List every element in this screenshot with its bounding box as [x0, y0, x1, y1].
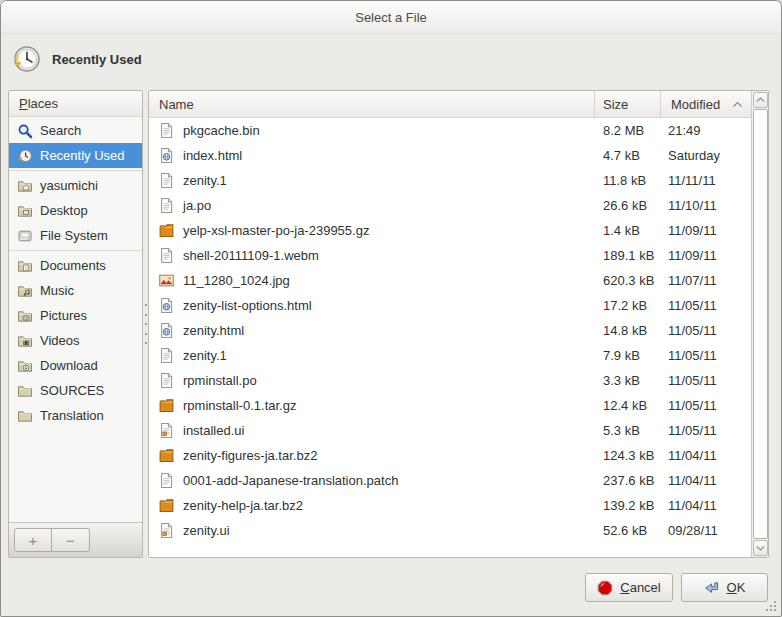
cancel-button-label: Cancel — [620, 580, 660, 595]
file-row-yelp-xsl-master-po-ja-239955-gz[interactable]: yelp-xsl-master-po-ja-239955.gz1.4 kB11/… — [149, 218, 751, 243]
file-modified: 11/10/11 — [661, 198, 751, 213]
pictures-folder-icon — [17, 308, 33, 324]
file-name: rpminstall.po — [183, 373, 257, 388]
text-file-icon — [158, 197, 175, 214]
places-panel: Places SearchRecently UsedyasumichiDeskt… — [8, 90, 143, 558]
file-size: 1.4 kB — [595, 223, 661, 238]
titlebar[interactable]: Select a File — [1, 1, 781, 34]
sidebar-item-label: Recently Used — [40, 148, 125, 163]
location-title: Recently Used — [52, 52, 142, 67]
file-name-cell: zenity.html — [149, 322, 595, 339]
file-modified: 11/09/11 — [661, 248, 751, 263]
sidebar-item-download[interactable]: Download — [9, 353, 142, 378]
file-modified: 11/05/11 — [661, 323, 751, 338]
file-row-zenity-figures-ja-tar-bz2[interactable]: zenity-figures-ja.tar.bz2124.3 kB11/04/1… — [149, 443, 751, 468]
file-size: 52.6 kB — [595, 523, 661, 538]
places-footer: + − — [9, 522, 142, 557]
places-separator — [9, 250, 142, 251]
file-name-cell: yelp-xsl-master-po-ja-239955.gz — [149, 222, 595, 239]
column-header-modified[interactable]: Modified — [661, 91, 751, 118]
sidebar-item-search[interactable]: Search — [9, 118, 142, 143]
clock-icon — [12, 45, 41, 74]
file-row-zenity-1[interactable]: zenity.111.8 kB11/11/11 — [149, 168, 751, 193]
archive-file-icon — [158, 497, 175, 514]
file-modified: 11/05/11 — [661, 298, 751, 313]
column-header-size[interactable]: Size — [595, 91, 661, 118]
file-row-rpminstall-0-1-tar-gz[interactable]: rpminstall-0.1.tar.gz12.4 kB11/05/11 — [149, 393, 751, 418]
sidebar-item-label: yasumichi — [40, 178, 98, 193]
file-size: 8.2 MB — [595, 123, 661, 138]
archive-file-icon — [158, 222, 175, 239]
sidebar-item-file-system[interactable]: File System — [9, 223, 142, 248]
file-name: shell-20111109-1.webm — [183, 248, 319, 263]
text-file-icon — [158, 247, 175, 264]
file-name: zenity.html — [183, 323, 244, 338]
file-row-rpminstall-po[interactable]: rpminstall.po3.3 kB11/05/11 — [149, 368, 751, 393]
html-file-icon — [158, 322, 175, 339]
ui-file-icon — [158, 422, 175, 439]
file-name-cell: zenity.1 — [149, 347, 595, 364]
file-size: 17.2 kB — [595, 298, 661, 313]
file-size: 12.4 kB — [595, 398, 661, 413]
sidebar-item-videos[interactable]: Videos — [9, 328, 142, 353]
html-file-icon — [158, 147, 175, 164]
remove-place-button[interactable]: − — [52, 528, 90, 552]
file-name-cell: installed.ui — [149, 422, 595, 439]
folder-icon — [17, 383, 33, 399]
file-modified: 11/11/11 — [661, 173, 751, 188]
clock-icon — [17, 148, 33, 164]
scroll-down-button[interactable] — [753, 540, 768, 556]
sidebar-item-label: Pictures — [40, 308, 87, 323]
scrollbar-thumb[interactable] — [753, 109, 768, 539]
cancel-button[interactable]: Cancel — [585, 573, 673, 602]
file-modified: 11/04/11 — [661, 498, 751, 513]
file-row-installed-ui[interactable]: installed.ui5.3 kB11/05/11 — [149, 418, 751, 443]
archive-file-icon — [158, 397, 175, 414]
text-file-icon — [158, 472, 175, 489]
text-file-icon — [158, 347, 175, 364]
file-size: 139.2 kB — [595, 498, 661, 513]
scroll-up-button[interactable] — [753, 92, 768, 108]
sidebar-item-translation[interactable]: Translation — [9, 403, 142, 428]
file-modified: 21:49 — [661, 123, 751, 138]
file-name: zenity.1 — [183, 173, 227, 188]
file-size: 26.6 kB — [595, 198, 661, 213]
sidebar-item-recently-used[interactable]: Recently Used — [9, 143, 142, 168]
folder-icon — [17, 408, 33, 424]
file-row-zenity-1[interactable]: zenity.17.9 kB11/05/11 — [149, 343, 751, 368]
file-row-0001-add-japanese-translation-patch[interactable]: 0001-add-Japanese-translation.patch237.6… — [149, 468, 751, 493]
resize-grip[interactable] — [766, 601, 778, 613]
file-row-pkgcache-bin[interactable]: pkgcache.bin8.2 MB21:49 — [149, 118, 751, 143]
sidebar-item-label: Videos — [40, 333, 80, 348]
sidebar-item-yasumichi[interactable]: yasumichi — [9, 173, 142, 198]
file-name-cell: zenity-figures-ja.tar.bz2 — [149, 447, 595, 464]
file-row-index-html[interactable]: index.html4.7 kBSaturday — [149, 143, 751, 168]
file-row-zenity-list-options-html[interactable]: zenity-list-options.html17.2 kB11/05/11 — [149, 293, 751, 318]
sidebar-item-documents[interactable]: Documents — [9, 253, 142, 278]
file-size: 11.8 kB — [595, 173, 661, 188]
file-row-ja-po[interactable]: ja.po26.6 kB11/10/11 — [149, 193, 751, 218]
file-size: 620.3 kB — [595, 273, 661, 288]
sidebar-item-music[interactable]: Music — [9, 278, 142, 303]
sidebar-item-desktop[interactable]: Desktop — [9, 198, 142, 223]
file-name: installed.ui — [183, 423, 244, 438]
file-row-shell-20111109-1-webm[interactable]: shell-20111109-1.webm189.1 kB11/09/11 — [149, 243, 751, 268]
vertical-scrollbar[interactable] — [751, 91, 768, 557]
file-row-zenity-html[interactable]: zenity.html14.8 kB11/05/11 — [149, 318, 751, 343]
column-header-name[interactable]: Name — [149, 91, 595, 118]
ok-button[interactable]: OK — [681, 573, 768, 602]
sidebar-item-pictures[interactable]: Pictures — [9, 303, 142, 328]
file-name-cell: 11_1280_1024.jpg — [149, 272, 595, 289]
file-name-cell: zenity-help-ja.tar.bz2 — [149, 497, 595, 514]
file-row-zenity-ui[interactable]: zenity.ui52.6 kB09/28/11 — [149, 518, 751, 543]
file-row-11-1280-1024-jpg[interactable]: 11_1280_1024.jpg620.3 kB11/07/11 — [149, 268, 751, 293]
file-size: 5.3 kB — [595, 423, 661, 438]
file-row-zenity-help-ja-tar-bz2[interactable]: zenity-help-ja.tar.bz2139.2 kB11/04/11 — [149, 493, 751, 518]
sidebar-item-label: Download — [40, 358, 98, 373]
sidebar-item-label: File System — [40, 228, 108, 243]
file-modified: 11/04/11 — [661, 448, 751, 463]
add-place-button[interactable]: + — [14, 528, 52, 552]
file-name-cell: index.html — [149, 147, 595, 164]
sidebar-item-sources[interactable]: SOURCES — [9, 378, 142, 403]
file-name: ja.po — [183, 198, 211, 213]
